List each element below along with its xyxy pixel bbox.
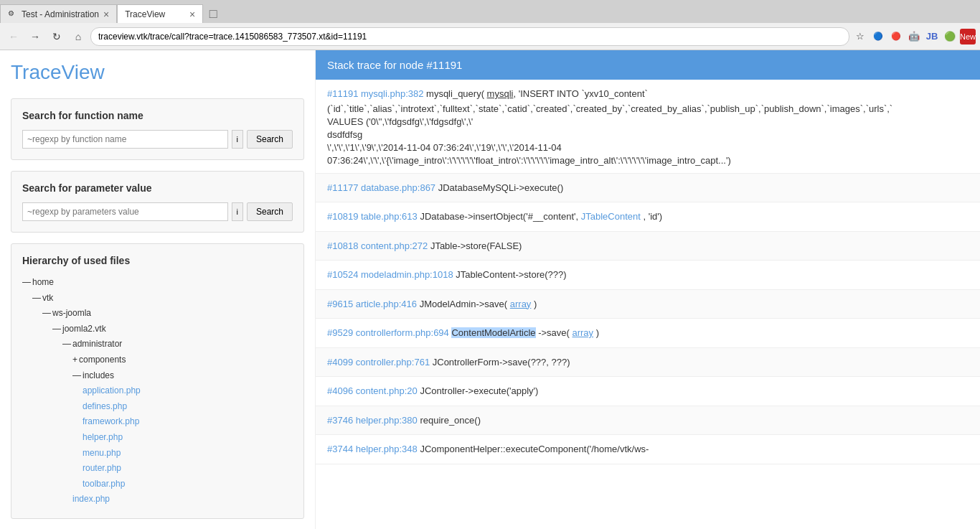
entry-link-9529[interactable]: #9529 controllerform.php:694 [327, 327, 449, 338]
browser-ext-6[interactable]: New [960, 29, 976, 45]
tree-item-ws-joomla: — ws-joomla [22, 306, 293, 322]
browser-ext-2[interactable]: 🔴 [888, 29, 904, 45]
entry-text-10524: JTableContent->store(???) [456, 269, 566, 280]
entry-cont-11191-4: \',\'\',\'1\',\'9\',\'2014-11-04 07:36:2… [327, 142, 969, 153]
expand-icon-components[interactable]: + [72, 352, 77, 368]
tab-close-traceview[interactable]: × [189, 9, 195, 19]
link-application-php[interactable]: application.php [83, 383, 141, 399]
array-link-9615: array [510, 299, 532, 309]
stack-entry-3744: #3744 helper.php:348 JComponentHelper::e… [316, 435, 980, 464]
hierarchy-title: Hierarchy of used files [22, 255, 293, 266]
link-menu-php[interactable]: menu.php [83, 446, 121, 462]
stack-entry-10819: #10819 table.php:613 JDatabase->insertOb… [316, 202, 980, 232]
collapse-icon-home[interactable]: — [22, 275, 31, 291]
search-function-input[interactable] [22, 130, 228, 149]
link-index-php[interactable]: index.php [72, 492, 110, 507]
stack-entry-10818: #10818 content.php:272 JTable->store(FAL… [316, 232, 980, 261]
entry-cont-11191-2: VALUES ('0\'',\'fdgsdfg\',\'fdgsdfg\',\' [327, 116, 969, 127]
stack-entry-4099: #4099 controller.php:761 JControllerForm… [316, 348, 980, 378]
entry-link-3746[interactable]: #3746 helper.php:380 [327, 415, 418, 426]
tab-close-test-admin[interactable]: × [103, 9, 109, 19]
collapse-icon-includes[interactable]: — [72, 368, 81, 384]
entry-line-11191: #11191 mysqli.php:382 mysqli_query( mysq… [327, 87, 969, 101]
tab-favicon-test-admin: ⚙ [8, 9, 18, 19]
collapse-icon-vtk[interactable]: — [32, 291, 41, 306]
entry-link-11191[interactable]: #11191 mysqli.php:382 [327, 88, 423, 99]
tab-traceview[interactable]: TraceView × [117, 4, 203, 23]
page-content: TraceView Search for function name i Sea… [0, 50, 980, 529]
browser-chrome: ⚙ Test - Administration × TraceView × □ … [0, 0, 980, 50]
entry-text-9615-after: ) [534, 299, 537, 309]
entry-link-9615-array[interactable]: array [510, 299, 532, 309]
link-defines-php[interactable]: defines.php [83, 399, 127, 415]
entry-underline-mysqli: mysqli [487, 88, 514, 99]
entry-link-10818[interactable]: #10818 content.php:272 [327, 240, 428, 251]
entry-text-9615-before: JModelAdmin->save( [420, 299, 510, 309]
tree-item-application-php: application.php [22, 383, 293, 399]
entry-line-10524: #10524 modeladmin.php:1018 JTableContent… [327, 268, 969, 282]
search-function-row: i Search [22, 130, 293, 149]
entry-link-9615[interactable]: #9615 article.php:416 [327, 299, 417, 309]
tree-item-router-php: router.php [22, 461, 293, 477]
entry-link-4096[interactable]: #4096 content.php:20 [327, 385, 418, 396]
browser-ext-1[interactable]: 🔵 [870, 29, 886, 45]
entry-cont-11191-5: 07:36:24\',\'\',\'{\'image_intro\':\'\'\… [327, 155, 969, 166]
tab-bar: ⚙ Test - Administration × TraceView × □ [0, 0, 980, 23]
entry-line-9529: #9529 controllerform.php:694 ContentMode… [327, 326, 969, 340]
search-param-row: i Search [22, 202, 293, 221]
back-button[interactable]: ← [4, 27, 23, 46]
entry-text-9529-after: ) [596, 327, 599, 338]
tree-item-joomla2: — joomla2.vtk [22, 322, 293, 337]
entry-link-3744[interactable]: #3744 helper.php:348 [327, 444, 418, 454]
link-toolbar-php[interactable]: toolbar.php [83, 477, 125, 492]
entry-line-9615: #9615 article.php:416 JModelAdmin->save(… [327, 297, 969, 312]
bookmark-icon[interactable]: ☆ [852, 29, 868, 45]
collapse-icon-wsjoomla[interactable]: — [42, 306, 51, 322]
search-param-flag[interactable]: i [232, 202, 243, 221]
tree-item-vtk: — vtk [22, 291, 293, 306]
entry-text-10819-before: JDatabase->insertObject('#__content', [420, 211, 580, 222]
stack-entry-11177: #11177 database.php:867 JDatabaseMySQLi-… [316, 174, 980, 203]
collapse-icon-joomla2[interactable]: — [52, 322, 61, 337]
tab-test-admin[interactable]: ⚙ Test - Administration × [0, 4, 117, 23]
link-framework-php[interactable]: framework.php [83, 414, 139, 430]
entry-cont-11191-1: (`id`,`title`,`alias`,`introtext`,`fullt… [327, 103, 969, 114]
address-bar[interactable] [90, 27, 849, 46]
reload-button[interactable]: ↻ [47, 27, 66, 46]
search-function-button[interactable]: Search [247, 130, 293, 149]
entry-text-4099: JControllerForm->save(???, ???) [433, 357, 570, 368]
hierarchy-section: Hierarchy of used files — home — vtk — w… [11, 243, 304, 519]
tab-title-test-admin: Test - Administration [22, 9, 99, 19]
search-param-input[interactable] [22, 202, 228, 221]
tree-item-home: — home [22, 275, 293, 291]
array-link-9529: array [572, 327, 593, 338]
entry-link-11177[interactable]: #11177 database.php:867 [327, 182, 435, 193]
browser-ext-3[interactable]: 🤖 [906, 29, 922, 45]
search-function-flag[interactable]: i [232, 130, 243, 149]
forward-button[interactable]: → [26, 27, 44, 46]
new-tab-button[interactable]: □ [203, 4, 223, 23]
entry-link-10524[interactable]: #10524 modeladmin.php:1018 [327, 269, 453, 280]
stack-entry-11191: #11191 mysqli.php:382 mysqli_query( mysq… [316, 80, 980, 174]
entry-link-jtablecontent[interactable]: JTableContent [581, 211, 641, 222]
entry-line-3746: #3746 helper.php:380 require_once() [327, 413, 969, 428]
link-router-php[interactable]: router.php [83, 461, 121, 477]
home-button[interactable]: ⌂ [69, 27, 88, 46]
search-param-button[interactable]: Search [247, 202, 293, 221]
entry-cont-11191-3: dsdfdfsg [327, 129, 969, 140]
stack-header: Stack trace for node #11191 [316, 50, 980, 80]
entry-text-10818: JTable->store(FALSE) [430, 240, 522, 251]
stack-entries: #11191 mysqli.php:382 mysqli_query( mysq… [316, 80, 980, 464]
entry-line-11177: #11177 database.php:867 JDatabaseMySQLi-… [327, 181, 969, 195]
entry-link-4099[interactable]: #4099 controller.php:761 [327, 357, 430, 368]
entry-link-9529-array[interactable]: array [572, 327, 593, 338]
stack-entry-9615: #9615 article.php:416 JModelAdmin->save(… [316, 290, 980, 319]
entry-text-9529-middle: ->save( [538, 327, 572, 338]
browser-ext-5[interactable]: 🟢 [942, 29, 958, 45]
entry-link-10819[interactable]: #10819 table.php:613 [327, 211, 418, 222]
browser-ext-4[interactable]: JB [924, 29, 940, 45]
entry-text-4096: JController->execute('apply') [420, 385, 538, 396]
collapse-icon-administrator[interactable]: — [62, 337, 71, 352]
left-panel: TraceView Search for function name i Sea… [0, 50, 316, 529]
link-helper-php[interactable]: helper.php [83, 430, 123, 446]
